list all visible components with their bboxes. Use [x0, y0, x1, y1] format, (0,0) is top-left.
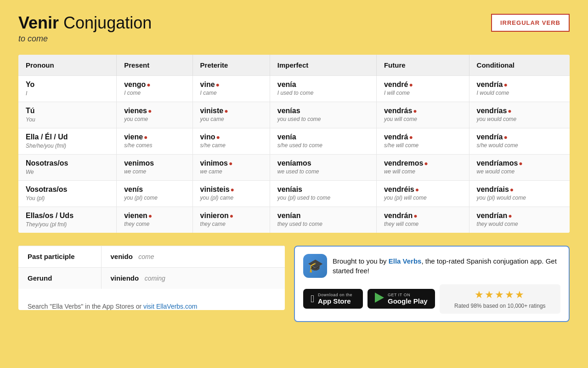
irregular-dot: ● [424, 160, 428, 167]
irregular-dot: ● [413, 107, 417, 115]
present-cell: vienes●you come [117, 102, 192, 128]
future-cell: vendremos●we will come [376, 154, 469, 180]
pronoun-cell: Ellas/os / UdsThey/you (pl fml) [18, 207, 117, 233]
past-participle-row: Past participle venido come [18, 246, 285, 267]
irregular-dot: ● [508, 107, 511, 115]
present-cell: vengo●I come [117, 75, 192, 102]
preterite-cell: vine●I came [192, 75, 270, 102]
appstore-main-text: App Store [318, 297, 352, 305]
irregular-dot: ● [231, 186, 234, 193]
ella-verbs-promo-link[interactable]: Ella Verbs [389, 257, 422, 265]
past-participle-value: venido [111, 253, 133, 260]
gerund-translation: coming [145, 275, 165, 282]
present-cell: vienen●they come [117, 207, 192, 233]
participle-table: Past participle venido come Gerund vinie… [18, 246, 285, 289]
title-block: Venir Conjugation to come [18, 14, 152, 44]
imperfect-cell: veníanthey used to come [270, 207, 376, 233]
participle-box: Past participle venido come Gerund vinie… [18, 246, 285, 310]
gerund-value-cell: viniendo coming [101, 267, 285, 289]
irregular-dot: ● [508, 212, 512, 219]
table-row: Ella / Él / UdShe/he/you (fml)viene●s/he… [18, 128, 570, 154]
conjugation-table: Pronoun Present Preterite Imperfect Futu… [18, 55, 570, 233]
pronoun-cell: Ella / Él / UdShe/he/you (fml) [18, 128, 117, 154]
search-prefix: Search "Ella Verbs" in the App Stores or [28, 303, 143, 310]
imperfect-cell: veníamoswe used to come [270, 154, 376, 180]
table-row: Ellas/os / UdsThey/you (pl fml)vienen●th… [18, 207, 570, 233]
preterite-cell: vinimos●we came [192, 154, 270, 180]
gerund-row: Gerund viniendo coming [18, 267, 285, 289]
conditional-cell: vendría●I would come [469, 75, 570, 102]
irregular-dot: ● [148, 212, 152, 219]
imperfect-cell: veníaisyou (pl) used to come [270, 180, 376, 207]
col-imperfect: Imperfect [270, 55, 376, 76]
app-store-button[interactable]:  Download on the App Store [303, 289, 363, 309]
irregular-badge: IRREGULAR VERB [491, 14, 570, 32]
conditional-cell: vendríais●you (pl) would come [469, 180, 570, 207]
conditional-cell: vendrían●they would come [469, 207, 570, 233]
irregular-dot: ● [230, 212, 233, 219]
preterite-cell: viniste●you came [192, 102, 270, 128]
table-row: Vosotras/osYou (pl)venísyou (pl) comevin… [18, 180, 570, 207]
star-rating: ★★★★★ [446, 289, 554, 301]
future-cell: vendrás●you will come [376, 102, 469, 128]
preterite-cell: vino●s/he came [192, 128, 270, 154]
conditional-cell: vendríamos●we would come [469, 154, 570, 180]
irregular-dot: ● [224, 107, 228, 115]
col-preterite: Preterite [192, 55, 270, 76]
irregular-dot: ● [510, 186, 514, 193]
future-cell: vendrá●s/he will come [376, 128, 469, 154]
promo-bottom:  Download on the App Store GET IT ON Go… [303, 284, 560, 314]
imperfect-cell: veníaI used to come [270, 75, 376, 102]
googleplay-main-text: Google Play [388, 297, 428, 305]
promo-description: Brought to you by Ella Verbs, the top-ra… [333, 256, 560, 276]
col-conditional: Conditional [469, 55, 570, 76]
irregular-dot: ● [503, 81, 507, 88]
future-cell: vendrán●they will come [376, 207, 469, 233]
conjugation-table-container: Pronoun Present Preterite Imperfect Futu… [18, 55, 570, 233]
pronoun-cell: Vosotras/osYou (pl) [18, 180, 117, 207]
past-participle-translation: come [138, 253, 154, 260]
google-play-button[interactable]: GET IT ON Google Play [368, 289, 435, 309]
ella-verbs-link[interactable]: visit EllaVerbs.com [143, 303, 197, 310]
apple-icon:  [311, 293, 314, 305]
past-participle-value-cell: venido come [101, 246, 285, 267]
irregular-dot: ● [409, 133, 413, 141]
future-cell: vendré●I will come [376, 75, 469, 102]
table-row: Nosotras/osWevenimoswe comevinimos●we ca… [18, 154, 570, 180]
irregular-dot: ● [415, 186, 419, 193]
present-cell: venimoswe come [117, 154, 192, 180]
page-subtitle: to come [18, 34, 152, 44]
irregular-dot: ● [409, 81, 413, 88]
gerund-value: viniendo [111, 274, 139, 282]
app-icon: 🎓 [303, 254, 327, 278]
table-header-row: Pronoun Present Preterite Imperfect Futu… [18, 55, 570, 76]
col-pronoun: Pronoun [18, 55, 117, 76]
conditional-cell: vendría●s/he would come [469, 128, 570, 154]
irregular-dot: ● [216, 133, 220, 141]
irregular-dot: ● [503, 133, 507, 141]
imperfect-cell: venías/he used to come [270, 128, 376, 154]
past-participle-label: Past participle [18, 246, 101, 267]
search-text-area: Search "Ella Verbs" in the App Stores or… [18, 289, 285, 310]
rating-box: ★★★★★ Rated 98% based on 10,000+ ratings [440, 284, 560, 314]
page-header: Venir Conjugation to come IRREGULAR VERB [18, 14, 570, 44]
promo-top: 🎓 Brought to you by Ella Verbs, the top-… [303, 254, 560, 278]
col-present: Present [117, 55, 192, 76]
gerund-label: Gerund [18, 267, 101, 289]
google-play-icon [375, 293, 384, 305]
irregular-dot: ● [147, 81, 150, 88]
present-cell: venísyou (pl) come [117, 180, 192, 207]
irregular-dot: ● [229, 160, 232, 167]
col-future: Future [376, 55, 469, 76]
pronoun-cell: YoI [18, 75, 117, 102]
table-row: YoIvengo●I comevine●I cameveníaI used to… [18, 75, 570, 102]
preterite-cell: vinisteis●you (pl) came [192, 180, 270, 207]
preterite-cell: vinieron●they came [192, 207, 270, 233]
search-text: Search "Ella Verbs" in the App Stores or… [28, 303, 276, 310]
irregular-dot: ● [413, 212, 417, 219]
rating-text: Rated 98% based on 10,000+ ratings [446, 303, 554, 309]
pronoun-cell: TúYou [18, 102, 117, 128]
conditional-cell: vendrías●you would come [469, 102, 570, 128]
page-title: Venir Conjugation [18, 14, 152, 32]
googleplay-top-text: GET IT ON [388, 293, 428, 297]
